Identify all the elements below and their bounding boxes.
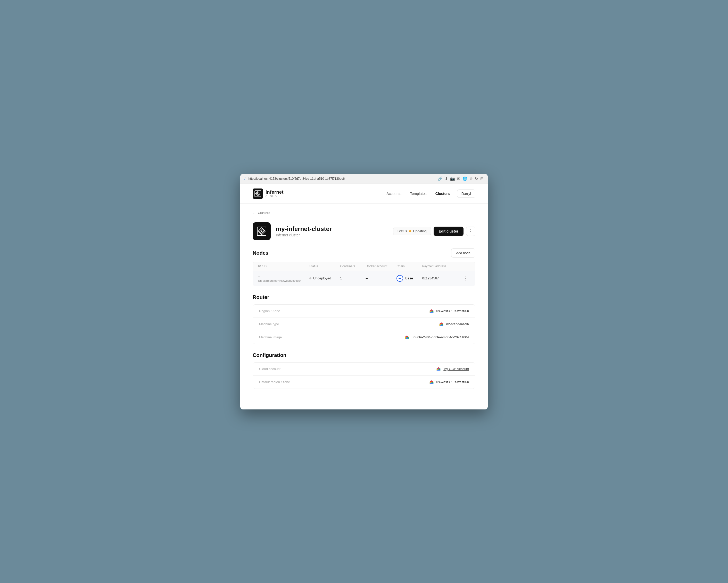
col-payment: Payment address: [422, 265, 461, 268]
gcp-icon-default-region: [429, 380, 434, 385]
nav-clusters[interactable]: Clusters: [432, 190, 453, 198]
router-image-text: ubuntu-2404-noble-amd64-v20241004: [412, 335, 469, 339]
browser-actions: 🔗 ⬇ 📷 ✉ 🌐 ⊕ ↻ ⊞: [438, 176, 484, 181]
gcp-icon-image: [404, 335, 410, 340]
mail-icon[interactable]: ✉: [457, 176, 461, 181]
nodes-table: IP / ID Status Containers Docker account…: [253, 261, 475, 286]
router-section-header: Router: [253, 294, 475, 300]
grid-icon[interactable]: ⊞: [480, 176, 484, 181]
router-image-row: Machine image ubuntu-2404-noble-amd64-v2…: [253, 331, 475, 344]
nodes-title: Nodes: [253, 250, 268, 256]
config-section-header: Configuration: [253, 352, 475, 358]
nav-accounts[interactable]: Accounts: [383, 190, 405, 198]
router-title: Router: [253, 294, 269, 300]
config-account-row: Cloud account My GCP Account: [253, 363, 475, 376]
gcp-icon-account: [436, 367, 441, 371]
cluster-subtitle: Infernet cluster: [276, 233, 388, 237]
breadcrumb[interactable]: ← Clusters: [253, 211, 475, 215]
logo-sub: CLOUD: [265, 195, 284, 198]
col-containers: Containers: [340, 265, 366, 268]
config-account-label: Cloud account: [259, 367, 281, 371]
logo-svg: [255, 190, 261, 197]
svg-point-1: [257, 193, 258, 194]
router-machine-row: Machine type n2-standard-96: [253, 318, 475, 331]
main-content: ← Clusters my-infernet-cluster Infernet …: [240, 204, 488, 410]
cluster-actions: Status Updating Edit cluster ⋮: [393, 227, 475, 236]
node-id: icn-dx6mprsmbf4kkkwqqp9gv4ss4: [258, 279, 309, 282]
target-icon[interactable]: ⊕: [469, 176, 473, 181]
router-image-value: ubuntu-2404-noble-amd64-v20241004: [404, 335, 469, 340]
logo-text: Infernet CLOUD: [265, 190, 284, 198]
nav-links: Accounts Templates Clusters Darryl: [383, 190, 475, 198]
chain-label: Base: [405, 276, 413, 280]
breadcrumb-arrow: ←: [253, 211, 256, 215]
config-region-label: Default region / zone: [259, 380, 290, 384]
config-card: Cloud account My GCP Account Default reg…: [253, 362, 475, 389]
router-machine-label: Machine type: [259, 322, 279, 326]
config-region-value: us-west3 / us-west3-b: [429, 380, 469, 385]
nav-templates[interactable]: Templates: [407, 190, 430, 198]
router-region-value: us-west3 / us-west3-b: [429, 309, 469, 313]
browser-window: i http://localhost:4173/clusters/510f2d7…: [240, 174, 488, 410]
download-icon[interactable]: ⬇: [445, 176, 448, 181]
node-status-label: Undeployed: [313, 276, 331, 280]
config-region-row: Default region / zone us-west3 / us-west…: [253, 376, 475, 389]
col-actions: [461, 265, 470, 268]
svg-point-3: [261, 230, 262, 232]
status-label: Status: [397, 229, 407, 233]
status-dot: [409, 230, 411, 232]
table-row: – icn-dx6mprsmbf4kkkwqqp9gv4ss4 Undeploy…: [253, 271, 475, 286]
cluster-header: my-infernet-cluster Infernet cluster Sta…: [253, 222, 475, 240]
logo-icon: [253, 189, 263, 199]
globe-icon[interactable]: 🌐: [463, 176, 467, 181]
config-account-text[interactable]: My GCP Account: [443, 367, 469, 371]
gcp-icon-region: [429, 309, 434, 313]
cluster-logo: [253, 222, 271, 240]
router-image-label: Machine image: [259, 335, 282, 339]
col-chain: Chain: [396, 265, 422, 268]
node-ip-id: – icn-dx6mprsmbf4kkkwqqp9gv4ss4: [258, 275, 309, 282]
link-icon[interactable]: 🔗: [438, 176, 443, 181]
cluster-name: my-infernet-cluster: [276, 225, 388, 232]
router-machine-value: n2-standard-96: [439, 322, 469, 327]
browser-bar: i http://localhost:4173/clusters/510f2d7…: [240, 174, 488, 184]
logo: Infernet CLOUD: [253, 189, 284, 199]
row-more-button[interactable]: ⋮: [461, 276, 470, 281]
status-badge: Status Updating: [393, 227, 431, 235]
base-chain-icon: [396, 275, 403, 282]
node-ip: –: [258, 275, 309, 278]
payment-address: 0x1234567: [422, 276, 461, 280]
table-header: IP / ID Status Containers Docker account…: [253, 262, 475, 271]
config-title: Configuration: [253, 352, 286, 358]
config-region-text: us-west3 / us-west3-b: [437, 380, 469, 384]
router-card: Region / Zone us-west3 / us-west3-b Mach…: [253, 304, 475, 344]
node-chain: Base: [396, 275, 422, 282]
logo-name: Infernet: [265, 190, 284, 195]
router-machine-text: n2-standard-96: [446, 322, 469, 326]
router-region-row: Region / Zone us-west3 / us-west3-b: [253, 305, 475, 318]
nav-user-button[interactable]: Darryl: [457, 190, 475, 198]
cluster-logo-svg: [257, 226, 266, 236]
node-docker: –: [366, 276, 396, 280]
cluster-info: my-infernet-cluster Infernet cluster: [276, 225, 388, 237]
info-icon: i: [244, 177, 245, 181]
refresh-icon[interactable]: ↻: [475, 176, 478, 181]
browser-url: http://localhost:4173/clusters/510f2d7e-…: [249, 177, 435, 181]
undeployed-dot: [309, 277, 311, 279]
cluster-more-button[interactable]: ⋮: [466, 227, 475, 236]
add-node-button[interactable]: Add node: [451, 249, 475, 257]
router-region-text: us-west3 / us-west3-b: [437, 309, 469, 313]
nodes-section-header: Nodes Add node: [253, 249, 475, 257]
node-containers: 1: [340, 276, 366, 280]
main-nav: Infernet CLOUD Accounts Templates Cluste…: [240, 184, 488, 204]
page-content: Infernet CLOUD Accounts Templates Cluste…: [240, 184, 488, 410]
breadcrumb-label: Clusters: [258, 211, 270, 215]
base-minus: [398, 278, 401, 279]
col-ip-id: IP / ID: [258, 265, 309, 268]
edit-cluster-button[interactable]: Edit cluster: [434, 227, 464, 236]
gcp-icon-machine: [439, 322, 444, 327]
router-region-label: Region / Zone: [259, 309, 280, 313]
camera-icon[interactable]: 📷: [450, 176, 455, 181]
col-docker: Docker account: [366, 265, 396, 268]
col-status: Status: [309, 265, 340, 268]
